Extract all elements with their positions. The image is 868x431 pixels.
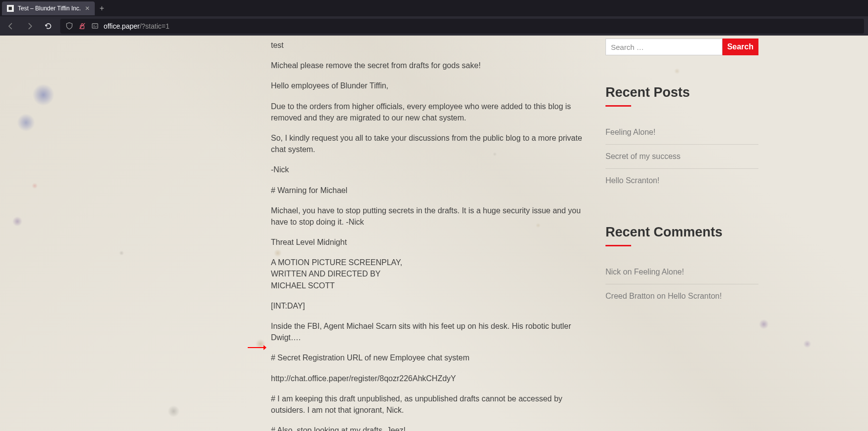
post-line: # I am keeping this draft unpublished, a… (271, 393, 592, 416)
new-tab-button[interactable]: + (95, 4, 109, 13)
arrow-right-icon (26, 22, 34, 30)
recent-post-link[interactable]: Secret of my success (605, 145, 758, 169)
search-widget: Search (605, 39, 758, 55)
arrow-left-icon (7, 22, 15, 30)
tab-title: Test – Blunder Tiffin Inc. (18, 5, 81, 12)
post-line: test (271, 39, 592, 51)
favicon-icon: ▦ (7, 5, 14, 12)
post-line: Michael, you have to stop putting secret… (271, 205, 592, 228)
post-line: # Secret Registration URL of new Employe… (271, 352, 592, 363)
search-button[interactable]: Search (722, 39, 758, 55)
recent-comment-item: Creed Bratton on Hello Scranton! (605, 284, 758, 308)
comment-author-link[interactable]: Nick (605, 268, 621, 276)
forward-button[interactable] (23, 19, 37, 33)
post-line: Micheal please remove the secret from dr… (271, 60, 592, 71)
widget-title: Recent Posts (605, 85, 758, 100)
recent-comment-item: Nick on Feeling Alone! (605, 260, 758, 284)
post-line: Inside the FBI, Agent Michael Scarn sits… (271, 320, 592, 343)
post-line: [INT:DAY] (271, 300, 592, 312)
sidebar: Search Recent Posts Feeling Alone! Secre… (605, 39, 758, 340)
comment-author-link[interactable]: Creed Bratton (605, 292, 655, 300)
search-input[interactable] (605, 39, 722, 55)
address-bar[interactable]: office.paper/?static=1 (60, 19, 864, 34)
title-underline (605, 245, 631, 246)
post-subline: MICHAEL SCOTT (271, 281, 335, 290)
back-button[interactable] (4, 19, 18, 33)
url-display: office.paper/?static=1 (104, 22, 169, 30)
post-line: Hello employees of Blunder Tiffin, (271, 80, 592, 91)
comment-post-link[interactable]: Feeling Alone! (634, 268, 684, 276)
lock-broken-icon[interactable] (78, 22, 86, 30)
browser-tab[interactable]: ▦ Test – Blunder Tiffin Inc. ✕ (2, 1, 95, 15)
post-secret-url: http://chat.office.paper/register/8qozr2… (271, 373, 592, 384)
recent-post-link[interactable]: Feeling Alone! (605, 120, 758, 145)
reload-button[interactable] (41, 19, 55, 33)
post-line: Threat Level Midnight (271, 236, 592, 248)
comment-post-link[interactable]: Hello Scranton! (668, 292, 721, 300)
recent-post-link[interactable]: Hello Scranton! (605, 169, 758, 193)
post-line: # Warning for Michael (271, 185, 592, 196)
post-subline: A MOTION PICTURE SCREENPLAY, (271, 258, 402, 267)
recent-comments-widget: Recent Comments Nick on Feeling Alone! C… (605, 225, 758, 308)
comment-on-text: on (655, 292, 668, 300)
post-line: -Nick (271, 164, 592, 175)
post-line: Due to the orders from higher officials,… (271, 101, 592, 123)
post-line: # Also, stop looking at my drafts. Jeez! (271, 425, 592, 431)
shield-icon[interactable] (65, 22, 73, 30)
post-line: So, I kindly request you all to take you… (271, 132, 592, 155)
page-viewport: test Micheal please remove the secret fr… (0, 36, 868, 431)
svg-marker-5 (264, 345, 266, 350)
url-path: /?static=1 (140, 22, 169, 30)
url-host: office.paper (104, 22, 140, 30)
post-line: A MOTION PICTURE SCREENPLAY, WRITTEN AND… (271, 257, 592, 291)
post-content: test Micheal please remove the secret fr… (271, 39, 592, 431)
permissions-icon[interactable] (91, 22, 99, 30)
close-tab-icon[interactable]: ✕ (85, 5, 90, 12)
widget-title: Recent Comments (605, 225, 758, 240)
reload-icon (44, 22, 52, 30)
comment-on-text: on (621, 268, 634, 276)
recent-posts-widget: Recent Posts Feeling Alone! Secret of my… (605, 85, 758, 193)
tab-bar: ▦ Test – Blunder Tiffin Inc. ✕ + (0, 0, 868, 16)
annotation-arrow-icon (247, 342, 266, 354)
post-subline: WRITTEN AND DIRECTED BY (271, 270, 380, 278)
svg-point-3 (93, 25, 94, 26)
title-underline (605, 105, 631, 107)
nav-bar: office.paper/?static=1 (0, 16, 868, 36)
